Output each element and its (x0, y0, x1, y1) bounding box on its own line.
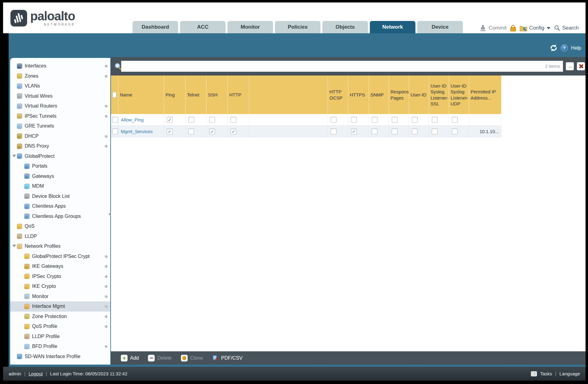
clone-button[interactable]: Clone (181, 355, 203, 362)
sidebar-item-device-block-list[interactable]: Device Block List (10, 191, 110, 202)
sidebar-item-globalprotect-ipsec-crypt[interactable]: GlobalProtect IPSec Crypt (10, 251, 110, 262)
sidebar-item-monitor[interactable]: Monitor (10, 292, 110, 302)
column-header-user_id[interactable]: User-ID (409, 76, 429, 114)
sidebar-item-gre-tunnels[interactable]: GRE Tunnels (10, 121, 110, 131)
sidebar-item-ike-crypto[interactable]: IKE Crypto (10, 281, 110, 292)
sidebar-item-zone-protection[interactable]: Zone Protection (10, 312, 110, 322)
sidebar-item-virtual-wires[interactable]: Virtual Wires (10, 91, 110, 101)
sidebar-item-sd-wan-interface-profile[interactable]: SD-WAN Interface Profile (10, 352, 110, 362)
checkbox[interactable] (452, 129, 458, 134)
checkbox[interactable] (452, 117, 458, 123)
clear-filter-button[interactable] (577, 62, 585, 70)
checkbox[interactable] (372, 129, 378, 134)
apply-filter-button[interactable]: → (566, 62, 574, 70)
commit-button[interactable]: Commit (479, 25, 507, 31)
help-icon[interactable]: ? (561, 44, 568, 51)
sidebar-item-qos-profile[interactable]: QoS Profile (10, 321, 110, 332)
config-menu-button[interactable]: Config (520, 25, 550, 31)
checkbox[interactable] (112, 117, 118, 123)
sidebar-item-lldp-profile[interactable]: LLDP Profile (10, 332, 110, 342)
checkbox[interactable] (188, 117, 194, 123)
profile-name-link[interactable]: Mgmt_Services (121, 129, 153, 134)
column-header-ssh[interactable]: SSH (206, 76, 228, 114)
tab-acc[interactable]: ACC (180, 21, 226, 33)
pdf-csv-button[interactable]: PDF/CSV (212, 355, 243, 361)
checkbox-checked[interactable]: ✓ (167, 117, 173, 123)
checkbox[interactable] (372, 117, 378, 123)
sidebar-item-globalprotect[interactable]: GlobalProtect (10, 151, 110, 161)
column-header-uid_ssl[interactable]: User-ID Syslog Listener-SSL (429, 76, 449, 114)
sidebar-item-ipsec-tunnels[interactable]: IPSec Tunnels (10, 111, 110, 121)
checkbox[interactable] (432, 117, 438, 123)
logout-link[interactable]: Logout (29, 371, 43, 376)
checkbox[interactable] (351, 117, 357, 123)
language-button[interactable]: Language (559, 371, 580, 376)
sidebar-item-interface-mgmt[interactable]: Interface Mgmt (10, 301, 110, 312)
column-header-filler[interactable] (249, 76, 328, 114)
checkbox[interactable] (412, 129, 418, 134)
checkbox-checked[interactable]: ✓ (231, 129, 236, 134)
column-header-https[interactable]: HTTPS (348, 76, 369, 114)
sidebar-collapse-icon[interactable] (108, 212, 111, 216)
checkbox-checked[interactable]: ✓ (209, 129, 215, 134)
sidebar-item-portals[interactable]: Portals (10, 161, 110, 171)
sidebar-item-gateways[interactable]: Gateways (10, 171, 110, 182)
sidebar-item-dhcp[interactable]: DHCP (10, 131, 110, 141)
filter-input[interactable] (121, 61, 563, 71)
help-label[interactable]: Help (571, 45, 581, 51)
checkbox[interactable] (432, 129, 438, 134)
checkbox[interactable] (209, 117, 215, 123)
tab-monitor[interactable]: Monitor (227, 21, 273, 33)
tab-dashboard[interactable]: Dashboard (133, 21, 178, 33)
checkbox[interactable] (392, 129, 398, 134)
column-header-telnet[interactable]: Telnet (186, 76, 206, 114)
tab-policies[interactable]: Policies (275, 21, 321, 33)
add-button[interactable]: + Add (121, 355, 139, 362)
sidebar-item-ike-gateways[interactable]: IKE Gateways (10, 261, 110, 272)
sidebar-item-network-profiles[interactable]: Network Profiles (10, 241, 110, 251)
sidebar-item-ipsec-crypto[interactable]: IPSec Crypto (10, 272, 110, 282)
sidebar-item-virtual-routers[interactable]: Virtual Routers (10, 101, 110, 111)
sidebar-item-mdm[interactable]: MDM (10, 181, 110, 191)
profile-name-link[interactable]: Allow_Ping (121, 117, 144, 122)
checkbox[interactable] (412, 117, 418, 123)
checkbox[interactable] (331, 117, 337, 123)
tab-network[interactable]: Network (370, 21, 415, 33)
tab-objects[interactable]: Objects (322, 21, 368, 33)
column-header-ping[interactable]: Ping (164, 76, 186, 114)
sidebar-item-bfd-profile[interactable]: BFD Profile (10, 341, 110, 352)
delete-button[interactable]: − Delete (148, 355, 171, 362)
column-header-name[interactable]: Name (118, 76, 164, 114)
checkbox[interactable] (188, 129, 194, 134)
lock-icon[interactable] (510, 27, 516, 31)
column-header-snmp[interactable]: SNMP (369, 76, 389, 114)
tab-device[interactable]: Device (417, 21, 463, 33)
checkbox[interactable] (231, 117, 236, 123)
checkbox-checked[interactable]: ✓ (167, 129, 173, 134)
sidebar-item-clientless-apps[interactable]: Clientless Apps (10, 201, 110, 211)
column-header-permitted_ip[interactable]: Permitted IP Address... (469, 76, 501, 114)
sidebar-item-lldp[interactable]: LLDP (10, 231, 110, 242)
column-header-uid_udp[interactable]: User-ID Syslog Listener-UDP (449, 76, 469, 114)
expander-triangle-icon[interactable] (12, 155, 16, 157)
checkbox[interactable] (331, 129, 337, 134)
table-row-allow_ping[interactable]: Allow_Ping✓ (111, 114, 501, 126)
column-header-http_ocsp[interactable]: HTTP OCSP (328, 76, 348, 114)
tasks-button[interactable]: Tasks (540, 371, 552, 376)
sidebar-item-qos[interactable]: QoS (10, 221, 110, 231)
search-menu-button[interactable]: Search (554, 25, 579, 31)
sidebar-item-clientless-app-groups[interactable]: Clientless App Groups (10, 211, 110, 222)
select-all-checkbox[interactable] (112, 92, 116, 98)
checkbox-checked[interactable]: ✓ (351, 129, 357, 134)
column-header-http[interactable]: HTTP (228, 76, 249, 114)
checkbox[interactable] (112, 129, 118, 134)
expander-triangle-icon[interactable] (12, 245, 16, 247)
refresh-icon[interactable] (549, 44, 558, 51)
sidebar-item-zones[interactable]: Zones (10, 71, 110, 81)
sidebar-item-dns-proxy[interactable]: DNS Proxy (10, 141, 110, 151)
checkbox[interactable] (392, 117, 398, 123)
table-row-mgmt_services[interactable]: Mgmt_Services✓✓✓✓10.1.10... (111, 126, 501, 137)
column-header-response_pages[interactable]: Response Pages (389, 76, 409, 114)
sidebar-item-interfaces[interactable]: Interfaces (10, 61, 110, 71)
sidebar-item-vlans[interactable]: VLANs (10, 81, 110, 91)
